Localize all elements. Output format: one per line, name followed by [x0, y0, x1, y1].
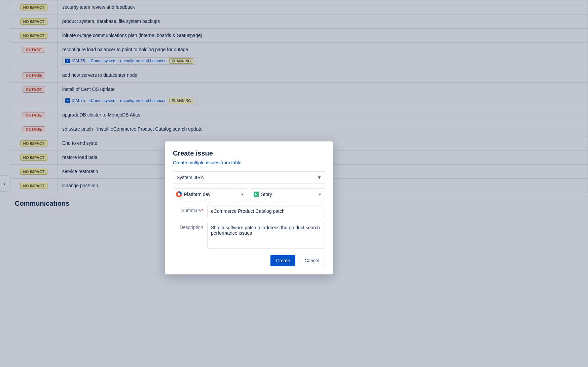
- type-label: Story: [261, 192, 315, 197]
- team-label: Platform dev: [184, 192, 237, 197]
- team-dropdown-arrow-icon: ▼: [241, 193, 244, 196]
- type-select-display[interactable]: Story ▼: [251, 188, 325, 200]
- story-type-icon: [254, 192, 259, 197]
- modal-title: Create issue: [173, 149, 325, 157]
- project-select-wrapper: System JIRA ▼: [173, 171, 325, 184]
- create-issue-modal: Create issue Create multiple issues from…: [165, 141, 333, 274]
- create-multiple-link[interactable]: Create multiple issues from table: [173, 160, 325, 165]
- summary-input[interactable]: [207, 205, 325, 217]
- type-dropdown-arrow-icon: ▼: [318, 193, 322, 196]
- modal-actions: Create Cancel: [173, 255, 325, 266]
- platform-dev-icon: [176, 191, 182, 197]
- description-textarea[interactable]: Ship a software patch to address the pro…: [207, 222, 325, 249]
- summary-label: Summary*: [173, 205, 203, 213]
- cancel-button[interactable]: Cancel: [299, 255, 325, 266]
- type-select-wrapper: Story ▼: [251, 188, 325, 200]
- modal-project-row: System JIRA ▼: [173, 171, 325, 184]
- modal-team-type-row: Platform dev ▼ Story ▼: [173, 188, 325, 200]
- description-row: Description Ship a software patch to add…: [173, 222, 325, 249]
- description-label: Description: [173, 222, 203, 230]
- team-select-display[interactable]: Platform dev ▼: [173, 188, 247, 200]
- page-wrapper: › NO IMPACT security team review and fee…: [0, 0, 588, 367]
- team-select-wrapper: Platform dev ▼: [173, 188, 247, 200]
- summary-row: Summary*: [173, 205, 325, 217]
- create-button[interactable]: Create: [270, 255, 295, 266]
- svg-point-1: [178, 193, 180, 196]
- project-select[interactable]: System JIRA: [173, 171, 325, 184]
